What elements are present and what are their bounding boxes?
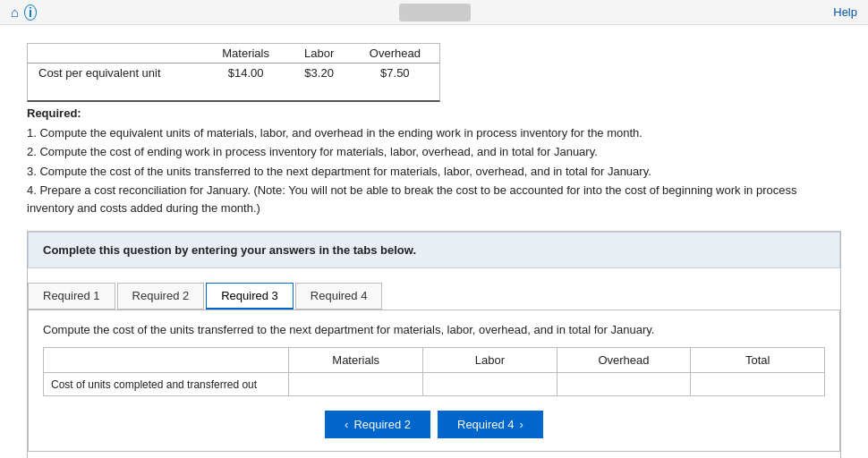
prev-button[interactable]: ‹ Required 2 xyxy=(325,411,430,438)
info-box-text: Complete this question by entering your … xyxy=(43,243,416,257)
tab-required-1-label: Required 1 xyxy=(43,289,100,302)
tab-required-4-label: Required 4 xyxy=(311,289,368,302)
total-input-cell[interactable] xyxy=(691,373,825,396)
tab-required-2[interactable]: Required 2 xyxy=(117,283,205,310)
materials-input[interactable] xyxy=(296,377,415,391)
top-bar-left: ⌂ i xyxy=(11,4,37,21)
data-table-header-materials: Materials xyxy=(289,348,423,373)
cost-table-data-row: Cost per equivalent unit $14.00 $3.20 $7… xyxy=(28,64,439,83)
cost-table-header-row: Materials Labor Overhead xyxy=(28,44,439,64)
nav-buttons: ‹ Required 2 Required 4 › xyxy=(43,411,825,438)
data-table-header-total: Total xyxy=(691,348,825,373)
cost-table-labor-value: $3.20 xyxy=(288,64,351,83)
help-link[interactable]: Help xyxy=(833,5,857,19)
data-table-header-labor: Labor xyxy=(423,348,557,373)
required-item-4: 4. Prepare a cost reconciliation for Jan… xyxy=(27,182,841,216)
cost-table-header-materials: Materials xyxy=(204,44,288,64)
next-button-label: Required 4 xyxy=(457,418,515,431)
tab-required-3[interactable]: Required 3 xyxy=(206,283,294,310)
table-row: Cost of units completed and transferred … xyxy=(44,373,825,396)
materials-input-cell[interactable] xyxy=(289,373,423,396)
info-box: Complete this question by entering your … xyxy=(28,232,840,268)
info-icon[interactable]: i xyxy=(24,4,37,21)
cost-table-empty-header xyxy=(28,44,204,64)
overhead-input-cell[interactable] xyxy=(557,373,691,396)
required-title: Required: xyxy=(27,105,841,123)
prev-button-label: Required 2 xyxy=(353,418,411,431)
row-label: Cost of units completed and transferred … xyxy=(44,373,289,396)
cost-table-materials-value: $14.00 xyxy=(204,64,288,83)
tab-content-description: Compute the cost of the units transferre… xyxy=(43,323,825,336)
tab-required-2-label: Required 2 xyxy=(132,289,190,302)
cost-table-wrapper: Materials Labor Overhead Cost per equiva… xyxy=(27,43,440,102)
total-input[interactable] xyxy=(698,377,817,391)
cost-table-header-labor: Labor xyxy=(288,44,351,64)
required-item-2: 2. Compute the cost of ending work in pr… xyxy=(27,143,841,161)
tab-required-4[interactable]: Required 4 xyxy=(295,283,383,310)
data-table-header-row: Materials Labor Overhead Total xyxy=(44,348,825,373)
tab-required-1[interactable]: Required 1 xyxy=(28,283,115,310)
cost-table: Materials Labor Overhead Cost per equiva… xyxy=(28,44,439,82)
nav-control xyxy=(399,4,471,21)
tab-content-area: Compute the cost of the units transferre… xyxy=(28,310,840,452)
next-arrow-icon: › xyxy=(520,418,523,431)
cost-table-row-label: Cost per equivalent unit xyxy=(28,64,204,83)
home-icon[interactable]: ⌂ xyxy=(11,4,19,20)
required-item-1: 1. Compute the equivalent units of mater… xyxy=(27,124,841,142)
next-button[interactable]: Required 4 › xyxy=(438,411,543,438)
labor-input-cell[interactable] xyxy=(423,373,557,396)
overhead-input[interactable] xyxy=(565,377,684,391)
prev-arrow-icon: ‹ xyxy=(345,418,348,431)
required-section: Required: 1. Compute the equivalent unit… xyxy=(27,105,841,216)
tab-required-3-label: Required 3 xyxy=(221,289,278,302)
data-table-header-overhead: Overhead xyxy=(557,348,691,373)
data-table: Materials Labor Overhead Total Cost of u… xyxy=(43,347,825,396)
data-table-empty-header xyxy=(44,348,289,373)
top-bar-center xyxy=(37,4,833,21)
cost-table-overhead-value: $7.50 xyxy=(351,64,439,83)
cost-table-header-overhead: Overhead xyxy=(351,44,439,64)
tabs-container: Required 1 Required 2 Required 3 Require… xyxy=(28,283,840,310)
required-item-3: 3. Compute the cost of the units transfe… xyxy=(27,163,841,181)
labor-input[interactable] xyxy=(430,377,549,391)
